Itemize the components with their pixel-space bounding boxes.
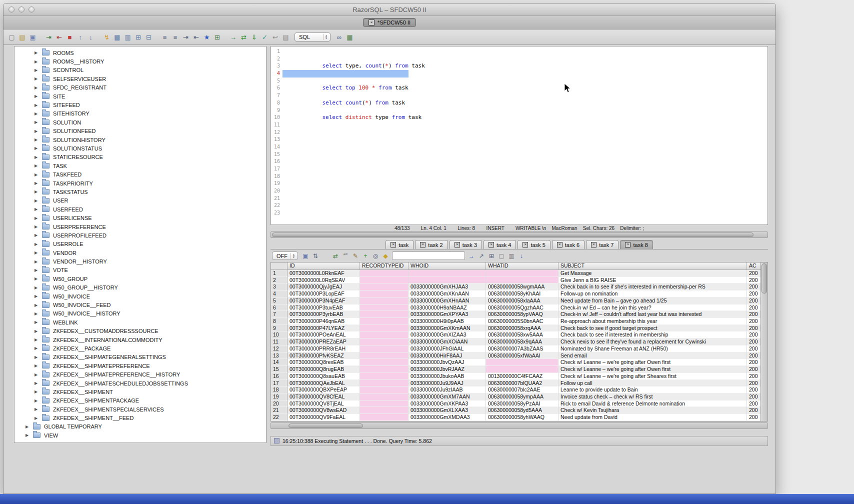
cell-whatid[interactable]: 006300000058ypVAAQ bbox=[486, 311, 558, 318]
cell-recordtypeid[interactable] bbox=[360, 311, 408, 318]
table-row[interactable]: 16 00T3000000Q8sauEAB 0033000000JbukoAAB… bbox=[271, 373, 760, 380]
disclosure-triangle-icon[interactable] bbox=[34, 164, 42, 168]
disclosure-triangle-icon[interactable] bbox=[34, 146, 42, 150]
tree-item-table[interactable]: USERPREFERENCE bbox=[14, 222, 266, 231]
tree-item-table[interactable]: VENDOR bbox=[14, 248, 266, 257]
cell-recordtypeid[interactable] bbox=[360, 270, 408, 277]
cell-id[interactable]: 00T3000000QV8CfEAL bbox=[288, 394, 360, 400]
results-search-input[interactable] bbox=[392, 252, 465, 260]
export-data-icon[interactable]: ⇤ bbox=[54, 32, 64, 42]
cell-whoid[interactable]: 0033000000GmXHnAAN bbox=[408, 298, 486, 304]
close-tab-icon[interactable] bbox=[522, 242, 528, 248]
cell-id[interactable]: 00T3000000Q8sauEAB bbox=[288, 373, 360, 380]
tree-item-table[interactable]: ZKFEDEX__SHIPMATEPREFERENCE bbox=[14, 362, 266, 370]
cell-recordtypeid[interactable] bbox=[360, 284, 408, 290]
tree-item-table[interactable]: ZKFEDEX__PACKAGE bbox=[14, 344, 266, 352]
quote-sql-icon[interactable]: “” bbox=[341, 252, 350, 260]
cell-whatid[interactable]: 006300000058xrqAAA bbox=[486, 325, 558, 332]
tree-item-table[interactable]: ROOMS__HISTORY bbox=[14, 57, 266, 66]
table-row[interactable]: 13 00T3000000PfvKSEAZ 0033000000HirF8AAJ… bbox=[271, 352, 760, 360]
disclosure-triangle-icon[interactable] bbox=[34, 303, 42, 308]
cell-subject[interactable]: Check w/ Leanne – we're going after Owen… bbox=[558, 359, 747, 366]
disclosure-triangle-icon[interactable] bbox=[34, 216, 42, 220]
cell-recordtypeid[interactable] bbox=[360, 298, 408, 304]
cell-id[interactable]: 00T3000000QV8TjEAL bbox=[288, 400, 360, 408]
separator[interactable] bbox=[38, 32, 43, 42]
tree-item-table[interactable]: ZKFEDEX__CUSTOMADDRESSSOURCE bbox=[14, 327, 266, 336]
cell-id[interactable]: 00T3000000L0RknEAF bbox=[288, 270, 360, 277]
tree-item-table[interactable]: ZKFEDEX__SHIPMATESCHEDULEDJOBSSETTINGS bbox=[14, 379, 266, 388]
results-tab[interactable]: task 5 bbox=[518, 240, 550, 249]
cell-whatid[interactable]: 006300000058yKhAAI bbox=[486, 290, 558, 298]
disclosure-triangle-icon[interactable] bbox=[34, 242, 42, 246]
minimize-button[interactable] bbox=[18, 6, 24, 12]
disconnect-icon[interactable]: ■ bbox=[65, 32, 74, 42]
tree-item-table[interactable]: ZKFEDEX__SHIPMENT__FEED bbox=[14, 414, 266, 422]
results-vertical-scrollbar[interactable] bbox=[761, 262, 768, 422]
cell-id[interactable]: 00T3000000Q8rexEAB bbox=[288, 359, 360, 366]
go-icon[interactable]: → bbox=[467, 252, 476, 260]
row-limit-select[interactable]: OFF ▲▼ bbox=[272, 252, 298, 260]
database-tree[interactable]: ROOMS ROOMS__HISTORY SCONTROL SELFSERVIC… bbox=[14, 46, 266, 443]
disclosure-triangle-icon[interactable] bbox=[34, 68, 42, 72]
edit-cell-icon[interactable]: ✎ bbox=[351, 252, 360, 260]
table-row[interactable]: 6 00T3000000P3tuvEAB 0033000000H9aNBAAZ … bbox=[271, 304, 760, 312]
disclosure-triangle-icon[interactable] bbox=[34, 233, 42, 238]
cell-whatid[interactable]: 00630000007blQUAA2 bbox=[486, 380, 558, 387]
open-file-icon[interactable]: ▤ bbox=[18, 32, 27, 42]
cell-subject[interactable]: Check-in w/ Ed – can he join this year? bbox=[558, 304, 747, 312]
cell-activitydate[interactable]: 200 bbox=[747, 373, 760, 380]
tree-item-table[interactable]: TASKSTATUS bbox=[14, 188, 266, 196]
disclosure-triangle-icon[interactable] bbox=[34, 198, 42, 203]
disclosure-triangle-icon[interactable] bbox=[34, 364, 42, 368]
cell-activitydate[interactable]: 200 bbox=[747, 366, 760, 373]
cell-subject[interactable]: Re-approach about membership this year bbox=[558, 318, 747, 325]
cell-whoid[interactable]: 0033000000Ju9J9AAJ bbox=[408, 380, 486, 387]
tree-item-table[interactable]: ROOMS bbox=[14, 48, 266, 57]
cell-whoid[interactable] bbox=[408, 277, 486, 284]
tree-item-table[interactable]: SITEHISTORY bbox=[14, 110, 266, 118]
cell-subject[interactable]: Leanne to provide update to Bain bbox=[558, 386, 747, 394]
cell-whatid[interactable]: 006300000058ympAAA bbox=[486, 394, 558, 400]
table-row[interactable]: 20 00T3000000QV8TjEAL 0033000000GmXKPAA3… bbox=[271, 400, 760, 408]
results-tab[interactable]: task bbox=[386, 240, 414, 249]
table-row[interactable]: 1 00T3000000L0RknEAF Get Massage 200 bbox=[271, 270, 760, 277]
results-tab[interactable]: task 4 bbox=[484, 240, 516, 249]
tree-item-table[interactable]: TASKFEED bbox=[14, 170, 266, 178]
scrollbar-thumb[interactable] bbox=[272, 232, 754, 237]
column-header[interactable]: SUBJECT bbox=[558, 262, 747, 270]
cell-recordtypeid[interactable] bbox=[360, 407, 408, 414]
cell-recordtypeid[interactable] bbox=[360, 304, 408, 312]
tree-item-table[interactable]: SOLUTIONHISTORY bbox=[14, 136, 266, 144]
cell-id[interactable]: 00T3000000P47LYEAZ bbox=[288, 325, 360, 332]
table-row[interactable]: 22 00T3000000QV9FaEAL 0033000000GmXMDAA3… bbox=[271, 414, 760, 421]
cell-subject[interactable]: Check-in w/ Jeff – couldn't afford last … bbox=[558, 311, 747, 318]
disclosure-triangle-icon[interactable] bbox=[34, 346, 42, 350]
cell-activitydate[interactable]: 200 bbox=[747, 318, 760, 325]
cell-subject[interactable]: Give Jenn a BIG RAISE bbox=[558, 277, 747, 284]
cell-subject[interactable]: Invoice status check – check w/ RS first bbox=[558, 394, 747, 400]
disclosure-triangle-icon[interactable] bbox=[34, 250, 42, 255]
tree-item-table[interactable]: ZKFEDEX__INTERNATIONALCOMMODITY bbox=[14, 336, 266, 344]
cell-whatid[interactable]: 006300000058yd5AAA bbox=[486, 407, 558, 414]
tree-item-table[interactable]: TASK bbox=[14, 162, 266, 170]
primary-key-icon[interactable]: ◆ bbox=[381, 252, 390, 260]
cell-activitydate[interactable]: 200 bbox=[747, 304, 760, 312]
import-data-icon[interactable]: ⇥ bbox=[44, 32, 54, 42]
separator[interactable] bbox=[154, 32, 159, 42]
tree-item-table[interactable]: ZKFEDEX__SHIPMENT bbox=[14, 388, 266, 396]
panel-splitter[interactable] bbox=[266, 46, 270, 443]
close-tab-icon[interactable] bbox=[488, 242, 494, 248]
cell-subject[interactable]: Check back in to see if she's interested… bbox=[558, 284, 747, 290]
disclosure-triangle-icon[interactable] bbox=[34, 190, 42, 194]
export-results-icon[interactable]: ⇄ bbox=[331, 252, 340, 260]
cell-recordtypeid[interactable] bbox=[360, 359, 408, 366]
cell-id[interactable]: 00T3000000PRR8rEAH bbox=[288, 346, 360, 352]
add-table-icon[interactable]: ⊞ bbox=[212, 32, 222, 42]
disclosure-triangle-icon[interactable] bbox=[34, 312, 42, 316]
disclosure-triangle-icon[interactable] bbox=[34, 286, 42, 290]
editor-horizontal-scrollbar[interactable] bbox=[270, 232, 768, 238]
close-tab-icon[interactable] bbox=[591, 242, 596, 248]
disclosure-triangle-icon[interactable] bbox=[34, 329, 42, 334]
tree-item-table[interactable]: SFDC_REGISTRANT bbox=[14, 84, 266, 92]
